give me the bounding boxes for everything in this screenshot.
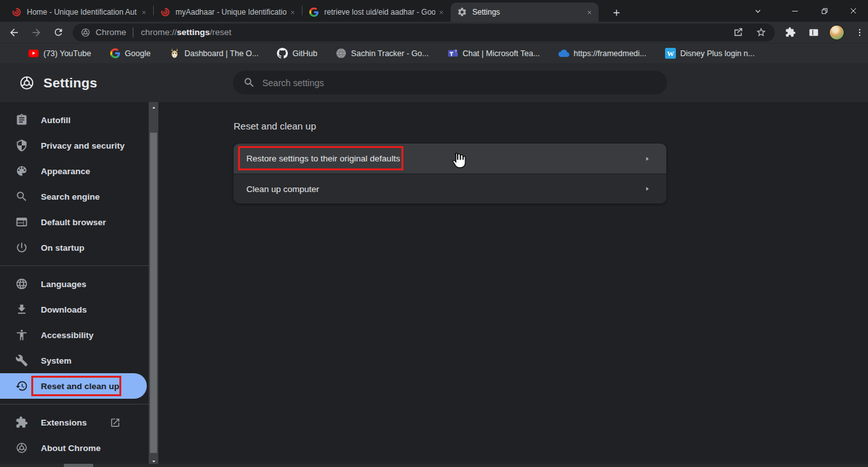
- scroll-up-arrow-icon[interactable]: [149, 103, 158, 112]
- tab-search-chevron-icon[interactable]: [744, 0, 771, 22]
- bookmark-github[interactable]: GitHub: [277, 48, 317, 59]
- tab-settings-active[interactable]: Settings: [451, 3, 599, 22]
- cloud-icon: [558, 48, 569, 59]
- chrome-logo-icon: [80, 27, 91, 38]
- google-favicon-icon: [309, 7, 319, 17]
- teams-icon: [447, 48, 458, 59]
- row-label: Clean up computer: [246, 184, 319, 194]
- bookmark-google[interactable]: Google: [110, 48, 151, 59]
- sidebar-item-languages[interactable]: Languages: [0, 271, 149, 297]
- history-icon: [15, 380, 28, 392]
- aadhaar-favicon-icon: [11, 7, 22, 17]
- sidebar-item-privacy[interactable]: Privacy and security: [0, 133, 149, 158]
- settings-sidebar: Autofill Privacy and security Appearance…: [0, 102, 149, 464]
- profile-avatar[interactable]: [829, 25, 844, 40]
- row-clean-up-computer[interactable]: Clean up computer: [234, 174, 666, 204]
- side-panel-icon[interactable]: [805, 24, 822, 41]
- tab-title: Settings: [472, 8, 583, 17]
- restore-button[interactable]: [809, 0, 839, 22]
- w-icon: [665, 48, 676, 59]
- bookmark-star-icon[interactable]: [753, 25, 768, 40]
- download-icon: [15, 303, 28, 316]
- address-bar[interactable]: Chrome chrome://settings/reset: [73, 24, 775, 41]
- url-text: chrome://settings/reset: [141, 27, 232, 37]
- autofill-icon: [15, 114, 28, 126]
- aadhaar-favicon-icon: [160, 7, 170, 17]
- llama-icon: [169, 48, 180, 59]
- sidebar-item-default-browser[interactable]: Default browser: [0, 209, 149, 235]
- tab-home-uidai[interactable]: Home - Unique Identification Aut: [5, 3, 153, 22]
- site-label: Chrome: [96, 27, 126, 37]
- tab-google-search[interactable]: retrieve lost uid/eid aadhar - Goo: [303, 3, 451, 22]
- sidebar-item-downloads[interactable]: Downloads: [0, 297, 149, 322]
- horizontal-scrollbar[interactable]: [0, 464, 868, 467]
- tab-myaadhaar[interactable]: myAadhaar - Unique Identificatio: [154, 3, 302, 22]
- omnibox-divider: [133, 27, 133, 38]
- settings-content: Reset and clean up Restore settings to t…: [158, 102, 868, 464]
- tab-close-icon[interactable]: [138, 6, 149, 18]
- browser-icon: [15, 216, 28, 228]
- bookmark-framedmedia[interactable]: https://framedmedi...: [558, 48, 647, 59]
- tab-title: retrieve lost uid/eid aadhar - Goo: [324, 8, 435, 17]
- reload-button[interactable]: [50, 24, 67, 41]
- github-icon: [277, 48, 288, 59]
- bookmarks-bar: (73) YouTube Google Dashboard | The O...…: [0, 43, 868, 63]
- sidebar-item-system[interactable]: System: [0, 348, 149, 373]
- extensions-puzzle-icon[interactable]: [782, 24, 798, 41]
- scrollbar-thumb[interactable]: [150, 133, 157, 453]
- browser-toolbar: Chrome chrome://settings/reset: [0, 22, 868, 43]
- chevron-right-icon: [643, 155, 651, 163]
- sidebar-scrollbar[interactable]: [149, 102, 158, 467]
- language-icon: [15, 278, 28, 290]
- share-icon[interactable]: [730, 25, 745, 40]
- puzzle-icon: [15, 416, 28, 429]
- tab-close-icon[interactable]: [287, 6, 298, 18]
- sidebar-item-about-chrome[interactable]: About Chrome: [0, 435, 149, 461]
- sidebar-divider: [0, 265, 149, 266]
- globe-icon: [336, 48, 347, 59]
- search-icon: [15, 190, 28, 203]
- row-restore-settings[interactable]: Restore settings to their original defau…: [234, 144, 666, 174]
- youtube-icon: [28, 48, 39, 59]
- forward-button[interactable]: [28, 24, 45, 41]
- settings-search-box[interactable]: [233, 71, 667, 94]
- sidebar-item-appearance[interactable]: Appearance: [0, 158, 149, 184]
- accessibility-icon: [15, 329, 28, 341]
- shield-icon: [15, 139, 28, 152]
- tab-close-icon[interactable]: [435, 6, 447, 18]
- bookmark-dashboard[interactable]: Dashboard | The O...: [169, 48, 258, 59]
- bookmark-sachin-tracker[interactable]: Sachin Tracker - Go...: [336, 48, 429, 59]
- settings-header: Settings: [0, 63, 868, 102]
- new-tab-button[interactable]: [608, 4, 625, 22]
- tab-strip: Home - Unique Identification Aut myAadha…: [0, 0, 625, 22]
- power-icon: [15, 241, 28, 254]
- sidebar-item-extensions[interactable]: Extensions: [0, 410, 149, 435]
- chevron-right-icon: [643, 185, 651, 193]
- bookmark-teams-chat[interactable]: Chat | Microsoft Tea...: [447, 48, 540, 59]
- chrome-logo-icon: [19, 75, 35, 91]
- wrench-icon: [15, 354, 28, 367]
- tab-close-icon[interactable]: [583, 6, 595, 18]
- sidebar-item-reset-and-clean-up[interactable]: Reset and clean up: [0, 373, 147, 399]
- sidebar-item-autofill[interactable]: Autofill: [0, 107, 149, 133]
- sidebar-item-search-engine[interactable]: Search engine: [0, 184, 149, 209]
- window-controls: [744, 0, 868, 22]
- palette-icon: [15, 165, 28, 177]
- gear-favicon-icon: [457, 7, 467, 17]
- back-button[interactable]: [6, 24, 22, 41]
- sidebar-divider: [0, 404, 149, 404]
- tab-title: myAadhaar - Unique Identificatio: [176, 8, 287, 17]
- bookmark-disney-plus[interactable]: Disney Plus login n...: [665, 48, 755, 59]
- close-window-button[interactable]: [839, 0, 868, 22]
- page-title: Settings: [43, 75, 97, 91]
- chrome-icon: [15, 441, 28, 454]
- bookmark-youtube[interactable]: (73) YouTube: [28, 48, 91, 59]
- menu-kebab-icon[interactable]: [851, 24, 868, 41]
- minimize-button[interactable]: [780, 0, 809, 22]
- sidebar-item-accessibility[interactable]: Accessibility: [0, 322, 149, 348]
- horizontal-scrollbar-thumb[interactable]: [64, 464, 93, 467]
- sidebar-item-on-startup[interactable]: On startup: [0, 235, 149, 260]
- search-icon: [243, 77, 255, 89]
- reset-card: Restore settings to their original defau…: [234, 144, 666, 204]
- settings-search-input[interactable]: [262, 78, 657, 88]
